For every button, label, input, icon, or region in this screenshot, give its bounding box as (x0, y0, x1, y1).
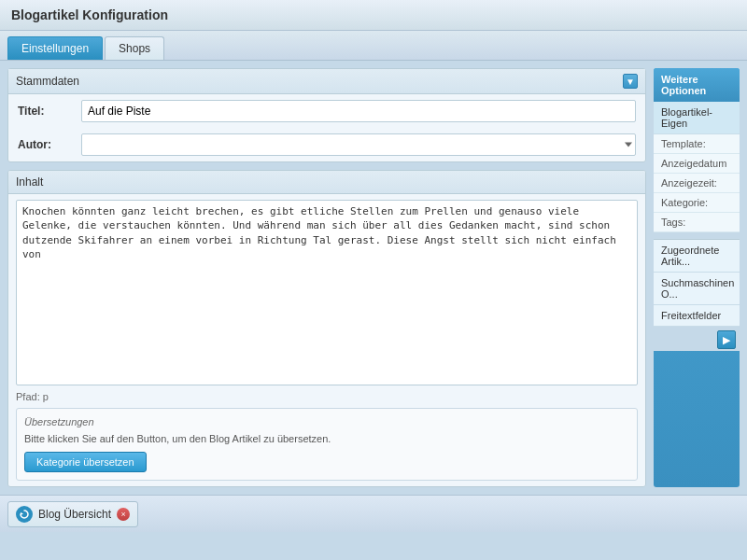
pfad-label: Pfad: p (16, 391, 49, 402)
ubersetzungen-title: Übersetzungen (24, 416, 629, 427)
titel-input[interactable] (81, 100, 636, 122)
right-panel-sub-anzeigedatum: Anzeigedatum (654, 154, 740, 174)
bottom-bar: Blog Übersicht × (0, 495, 747, 532)
inhalt-inner: Knochen könnten ganz leicht brechen, es … (8, 194, 645, 408)
inhalt-title: Inhalt (16, 175, 43, 189)
right-panel: Weitere Optionen Blogartikel-Eigen Templ… (654, 68, 740, 487)
pfad-row: Pfad: p (16, 391, 638, 402)
refresh-icon (19, 509, 30, 520)
right-panel-item-zugeordnete[interactable]: Zugeordnete Artik... (654, 240, 740, 273)
right-panel-sub-anzeigezeit: Anzeigezeit: (654, 174, 740, 193)
left-panel: Stammdaten ▼ Titel: Autor: Inhalt (7, 68, 646, 487)
ubersetzungen-box: Übersetzungen Bitte klicken Sie auf den … (16, 408, 638, 481)
right-panel-sub-tags: Tags: (654, 213, 740, 232)
right-panel-item-blogartikel[interactable]: Blogartikel-Eigen (654, 102, 740, 134)
ubersetzungen-description: Bitte klicken Sie auf den Button, um den… (24, 433, 629, 444)
right-panel-sub-kategorie: Kategorie: (654, 193, 740, 213)
page-title-text: Blogartikel Konfiguration (11, 7, 168, 22)
autor-label: Autor: (18, 138, 74, 151)
taskbar-icon (16, 506, 33, 523)
tab-bar: Einstellungen Shops (0, 31, 747, 61)
right-panel-title: Weitere Optionen (661, 74, 706, 96)
taskbar-blog-ubersicht[interactable]: Blog Übersicht × (7, 501, 138, 527)
autor-select[interactable] (81, 133, 636, 156)
tab-einstellungen[interactable]: Einstellungen (7, 36, 103, 60)
autor-row: Autor: (8, 128, 645, 161)
stammdaten-collapse-btn[interactable]: ▼ (623, 74, 638, 89)
inhalt-header: Inhalt (8, 171, 645, 194)
autor-select-wrapper (81, 133, 636, 156)
right-panel-sub-template: Template: (654, 134, 740, 154)
stammdaten-section: Stammdaten ▼ Titel: Autor: (7, 68, 646, 162)
stammdaten-title: Stammdaten (16, 75, 79, 88)
inhalt-textarea[interactable]: Knochen könnten ganz leicht brechen, es … (16, 200, 638, 385)
kategorie-uebersetzen-button[interactable]: Kategorie übersetzen (24, 452, 147, 472)
titel-label: Titel: (18, 105, 74, 118)
right-panel-arrow-btn[interactable]: ▶ (717, 330, 736, 349)
tab-shops[interactable]: Shops (105, 36, 164, 60)
main-layout: Stammdaten ▼ Titel: Autor: Inhalt (0, 61, 747, 495)
svg-marker-0 (21, 512, 23, 515)
right-panel-header: Weitere Optionen (654, 68, 740, 102)
right-panel-item-suchmaschinen[interactable]: Suchmaschinen O... (654, 273, 740, 305)
right-panel-item-freitextfelder[interactable]: Freitextfelder (654, 305, 740, 327)
stammdaten-header: Stammdaten ▼ (8, 69, 645, 94)
taskbar-label: Blog Übersicht (38, 508, 111, 521)
inhalt-section: Inhalt Knochen könnten ganz leicht brech… (7, 170, 646, 487)
taskbar-close-btn[interactable]: × (117, 508, 130, 521)
titel-row: Titel: (8, 94, 645, 128)
page-title: Blogartikel Konfiguration (0, 0, 747, 31)
